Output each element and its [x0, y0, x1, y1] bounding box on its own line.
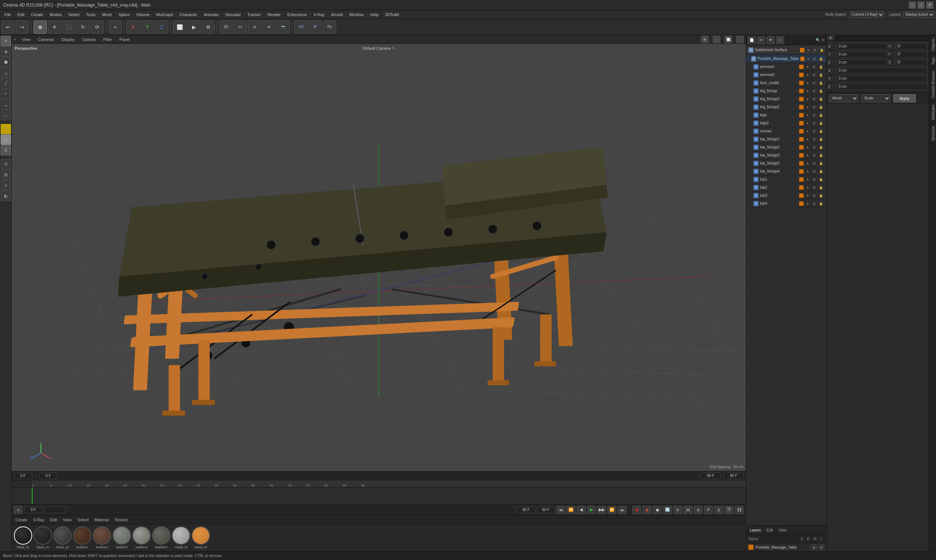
- mat-edit[interactable]: Edit: [49, 518, 59, 522]
- obj-vis1-top_fixings5[interactable]: ●: [805, 162, 810, 165]
- subdiv-lock[interactable]: 🔒: [819, 48, 824, 52]
- render-region-button[interactable]: ⬜: [173, 20, 186, 34]
- obj-lock-legs2[interactable]: 🔒: [818, 122, 823, 125]
- mat-view[interactable]: View: [62, 518, 73, 522]
- pb-loop[interactable]: 🔄: [663, 506, 672, 514]
- undo-button[interactable]: ↩: [2, 20, 15, 34]
- end-frame-input[interactable]: [700, 472, 720, 479]
- pb-motion[interactable]: M: [684, 506, 692, 514]
- pb-extra2[interactable]: 🎞: [735, 506, 743, 514]
- menu-volume[interactable]: Volume: [134, 12, 153, 17]
- obj-item-top_fixings3[interactable]: M top_fixings3 ● ⊞ 🔒: [746, 151, 826, 159]
- obj-vis2-legs[interactable]: ⊞: [812, 113, 817, 117]
- render-settings-button[interactable]: ⚙: [202, 20, 215, 34]
- obj-lock-top_fixings3[interactable]: 🔒: [818, 154, 823, 157]
- obj-lock-screws[interactable]: 🔒: [818, 129, 823, 133]
- parent-vis1[interactable]: ●: [806, 57, 811, 61]
- menu-vray[interactable]: V-Ray: [310, 12, 327, 17]
- obj-item-armrest2[interactable]: M armrest2 ● ⊞ 🔒: [746, 71, 826, 79]
- layer-vis-s[interactable]: ●: [812, 545, 817, 550]
- obj-vis1-top3[interactable]: ●: [805, 194, 810, 197]
- obj-item-top_fixings2[interactable]: M top_fixings2 ● ⊞ 🔒: [746, 143, 826, 151]
- perspective-button[interactable]: 3D: [219, 20, 233, 34]
- pb-end[interactable]: [517, 507, 535, 513]
- menu-3dtoall[interactable]: 3DToAll: [382, 12, 402, 17]
- menu-mesh[interactable]: Mesh: [99, 12, 115, 17]
- pb-step-fwd-end[interactable]: ⏭: [618, 506, 626, 514]
- obj-vis2-face_cradle[interactable]: ⊞: [812, 81, 817, 85]
- menu-select[interactable]: Select: [65, 12, 83, 17]
- material-leather3[interactable]: leather3: [113, 526, 131, 549]
- obj-item-top4[interactable]: M top4 ● ⊞ 🔒: [746, 200, 826, 208]
- tool-polygon[interactable]: △: [1, 68, 11, 78]
- vray-ipr-button[interactable]: IP: [309, 20, 322, 34]
- rp-edit-btn[interactable]: ✏: [757, 36, 765, 44]
- obj-vis2-top2[interactable]: ⊞: [812, 186, 817, 189]
- tool-line[interactable]: ∟: [1, 110, 11, 120]
- prop-y-pos[interactable]: [837, 51, 887, 58]
- pb-fps[interactable]: [537, 507, 555, 513]
- menu-arnold[interactable]: Arnold: [328, 12, 345, 17]
- obj-vis1-leg_fixings2[interactable]: ●: [805, 105, 810, 109]
- prop-z-pos[interactable]: [837, 59, 887, 66]
- subdiv-vis1[interactable]: ●: [806, 48, 811, 52]
- tool-subdivide[interactable]: ◐: [1, 191, 11, 201]
- prop-x-scale[interactable]: [837, 67, 927, 74]
- obj-vis1-top2[interactable]: ●: [805, 186, 810, 189]
- obj-vis2-leg_fixings3[interactable]: ⊞: [812, 97, 817, 101]
- close-button[interactable]: ✕: [927, 2, 933, 8]
- subdivision-surface-item[interactable]: S Subdivision Surface ● ⊞ 🔒: [746, 45, 826, 55]
- prop-p-val[interactable]: [896, 51, 927, 58]
- fr-tab-objects[interactable]: Objects: [929, 35, 936, 54]
- attr-tab-basic[interactable]: ≡: [827, 35, 835, 41]
- obj-item-legs[interactable]: M legs ● ⊞ 🔒: [746, 111, 826, 119]
- obj-vis2-screws[interactable]: ⊞: [812, 129, 817, 133]
- minimize-button[interactable]: ─: [909, 2, 916, 8]
- obj-item-legs2[interactable]: M legs2 ● ⊞ 🔒: [746, 119, 826, 127]
- obj-vis1-top_fixings4[interactable]: ●: [805, 169, 810, 173]
- vt-panel[interactable]: Panel: [118, 37, 131, 42]
- pb-extra1[interactable]: 🎬: [725, 506, 733, 514]
- layer-item-table[interactable]: Portable_Massage_Table ● ●: [746, 543, 826, 551]
- fr-tab-tags[interactable]: Tags: [929, 54, 936, 68]
- menu-modes[interactable]: Modes: [47, 12, 65, 17]
- obj-lock-top1[interactable]: 🔒: [818, 178, 823, 181]
- prop-x-pos[interactable]: [837, 43, 887, 50]
- fr-tab-structure[interactable]: Structure: [929, 123, 936, 144]
- apply-button[interactable]: Apply: [893, 94, 916, 102]
- material-wood-m[interactable]: wood_M: [192, 526, 210, 549]
- layer-vis-r[interactable]: ●: [819, 545, 824, 550]
- obj-vis1-leg_fixings[interactable]: ●: [805, 89, 810, 93]
- obj-lock-leg_fixings3[interactable]: 🔒: [818, 97, 823, 101]
- subdiv-vis2[interactable]: ⊞: [813, 48, 817, 52]
- viewport-overlay-btn4[interactable]: ⬛: [736, 36, 743, 43]
- obj-vis2-top_fixings4[interactable]: ⊞: [812, 169, 817, 173]
- pb-record2[interactable]: ⏺: [643, 506, 651, 514]
- pb-sync[interactable]: S: [714, 506, 723, 514]
- menu-simulate[interactable]: Simulate: [222, 12, 244, 17]
- pb-play[interactable]: ▶: [587, 506, 596, 514]
- python-button[interactable]: Py: [323, 20, 336, 34]
- pb-current-frame[interactable]: [24, 507, 42, 513]
- menu-character[interactable]: Character: [177, 12, 200, 17]
- obj-vis2-top_fixings5[interactable]: ⊞: [812, 162, 817, 165]
- move-tool-button[interactable]: ✛: [48, 20, 61, 34]
- rotate-tool-button[interactable]: ↻: [76, 20, 89, 34]
- obj-vis2-top_fixings3[interactable]: ⊞: [812, 154, 817, 157]
- tool-layer[interactable]: ≡: [1, 180, 11, 191]
- layers-tab-edit[interactable]: Edit: [765, 528, 774, 532]
- obj-item-armrest1[interactable]: M armrest1 ● ⊞ 🔒: [746, 63, 826, 71]
- add-object-button[interactable]: +: [109, 20, 122, 34]
- menu-help[interactable]: Help: [367, 12, 381, 17]
- obj-vis1-top_fixings2[interactable]: ●: [805, 146, 810, 149]
- camera-button[interactable]: 📷: [276, 20, 290, 34]
- coord-system-select[interactable]: World: [829, 94, 858, 102]
- fr-tab-content-browser[interactable]: Content Browser: [929, 68, 936, 101]
- obj-item-top2[interactable]: M top2 ● ⊞ 🔒: [746, 183, 826, 192]
- menu-spline[interactable]: Spline: [116, 12, 133, 17]
- material-leather1[interactable]: leather1: [73, 526, 91, 549]
- obj-lock-leg_fixings2[interactable]: 🔒: [818, 105, 823, 109]
- obj-item-screws[interactable]: M screws ● ⊞ 🔒: [746, 127, 826, 135]
- light-button[interactable]: ☀: [262, 20, 275, 34]
- tool-s2[interactable]: S: [1, 134, 11, 145]
